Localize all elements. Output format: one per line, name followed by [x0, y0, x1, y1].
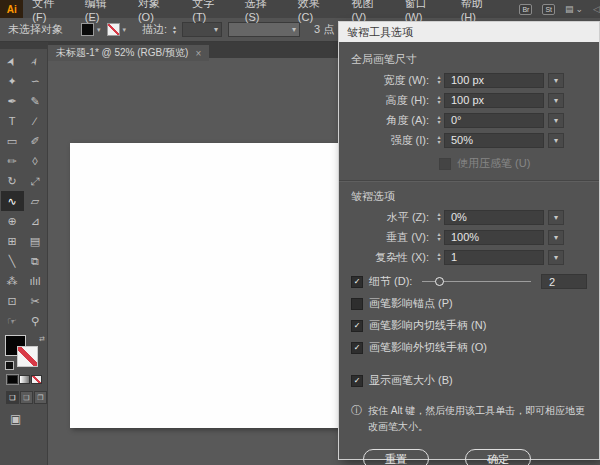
- detail-slider[interactable]: [422, 281, 531, 282]
- brush-affects-in-tangent-handles-checkbox[interactable]: ✓: [351, 320, 363, 332]
- vertical-dropdown[interactable]: ▾: [548, 230, 564, 245]
- blend-tool[interactable]: ⧉: [24, 251, 47, 271]
- menu-item-5[interactable]: 效果(C): [289, 0, 343, 18]
- bridge-icon[interactable]: Br: [519, 4, 532, 15]
- rotate-tool[interactable]: ↻: [1, 171, 24, 191]
- brush-definition-value[interactable]: 3 点: [314, 22, 334, 37]
- draw-inside-button[interactable]: ❐: [34, 391, 47, 404]
- width-profile-dropdown[interactable]: ▾: [228, 22, 300, 37]
- free-transform-tool[interactable]: ▱: [24, 191, 47, 211]
- wrinkle-tool[interactable]: ∿: [1, 191, 24, 211]
- draw-normal-button[interactable]: ❏: [6, 391, 19, 404]
- width-input[interactable]: 100 px: [444, 73, 544, 88]
- curvature-tool[interactable]: ✎: [24, 91, 47, 111]
- artboard[interactable]: [70, 143, 342, 428]
- vertical-stepper[interactable]: ▴▾: [434, 232, 444, 242]
- slider-knob[interactable]: [435, 277, 444, 286]
- angle-stepper[interactable]: ▴▾: [434, 115, 444, 125]
- panel-grip[interactable]: [0, 42, 47, 49]
- detail-checkbox[interactable]: ✓: [351, 276, 363, 288]
- selection-tool[interactable]: ➤: [1, 51, 24, 71]
- slice-tool[interactable]: ✂: [24, 291, 47, 311]
- gradient-button[interactable]: [19, 375, 30, 384]
- angle-label: 角度 (A):: [351, 113, 429, 128]
- menu-item-3[interactable]: 文字(T): [183, 0, 236, 18]
- chevron-down-icon[interactable]: ▾: [97, 26, 101, 34]
- stock-icon[interactable]: St: [542, 4, 555, 15]
- draw-behind-button[interactable]: ❏: [20, 391, 33, 404]
- paintbrush-tool[interactable]: ✐: [24, 131, 47, 151]
- magic-wand-tool[interactable]: ✦: [1, 71, 24, 91]
- horizontal-stepper[interactable]: ▴▾: [434, 212, 444, 222]
- direct-selection-tool[interactable]: ➢: [24, 51, 47, 71]
- reset-button[interactable]: 重置: [363, 449, 429, 465]
- screen-mode-button[interactable]: ▣: [10, 412, 47, 426]
- brush-affects-anchor-points-checkbox[interactable]: [351, 298, 363, 310]
- none-button[interactable]: [31, 375, 42, 384]
- zoom-tool[interactable]: ⚲: [24, 311, 47, 331]
- stroke-width-dropdown[interactable]: ▾: [182, 22, 222, 37]
- menu-item-2[interactable]: 对象(O): [129, 0, 183, 18]
- default-fill-stroke-icon[interactable]: [5, 361, 14, 370]
- type-tool[interactable]: T: [1, 111, 24, 131]
- close-icon[interactable]: ×: [195, 48, 201, 59]
- artboard-tool[interactable]: ⊡: [1, 291, 24, 311]
- menu-item-7[interactable]: 窗口(W): [396, 0, 452, 18]
- horizontal-input[interactable]: 0%: [444, 210, 544, 225]
- menu-item-6[interactable]: 视图(V): [343, 0, 396, 18]
- height-dropdown[interactable]: ▾: [548, 93, 564, 108]
- width-stepper[interactable]: ▴▾: [434, 75, 444, 85]
- show-brush-size-checkbox[interactable]: ✓: [351, 375, 363, 387]
- horizontal-dropdown[interactable]: ▾: [548, 210, 564, 225]
- symbol-sprayer-tool[interactable]: ⁂: [1, 271, 24, 291]
- intensity-stepper[interactable]: ▴▾: [434, 135, 444, 145]
- scale-tool[interactable]: ⤢: [24, 171, 47, 191]
- brush-affects-out-tangent-handles-checkbox[interactable]: ✓: [351, 342, 363, 354]
- menu-item-0[interactable]: 文件(F): [23, 0, 76, 18]
- swap-fill-stroke-icon[interactable]: ⇄: [39, 335, 45, 343]
- eyedropper-tool[interactable]: ╲: [1, 251, 24, 271]
- vertical-input[interactable]: 100%: [444, 230, 544, 245]
- column-graph-tool[interactable]: ılıl: [24, 271, 47, 291]
- complexity-input[interactable]: 1: [444, 250, 544, 265]
- stroke-none-swatch[interactable]: [17, 346, 38, 367]
- dialog-buttons: 重置 确定: [363, 449, 587, 465]
- hand-tool[interactable]: ☞: [1, 311, 24, 331]
- menu-item-4[interactable]: 选择(S): [236, 0, 289, 18]
- height-stepper[interactable]: ▴▾: [434, 95, 444, 105]
- eraser-tool[interactable]: ◊: [24, 151, 47, 171]
- ok-button[interactable]: 确定: [465, 449, 531, 465]
- workspace-switcher[interactable]: ▤ ⌄: [565, 4, 583, 14]
- complexity-dropdown[interactable]: ▾: [548, 250, 564, 265]
- angle-row: 角度 (A):▴▾0°▾: [351, 112, 587, 128]
- use-pressure-pen-checkbox[interactable]: [439, 158, 451, 170]
- stroke-width-stepper[interactable]: ▴▾: [173, 25, 176, 35]
- document-tab[interactable]: 未标题-1* @ 52% (RGB/预览) ×: [48, 45, 209, 61]
- detail-value[interactable]: 2: [541, 274, 587, 289]
- angle-input[interactable]: 0°: [444, 113, 544, 128]
- chevron-down-icon: ⌄: [576, 4, 584, 14]
- rectangle-tool[interactable]: ▭: [1, 131, 24, 151]
- intensity-dropdown[interactable]: ▾: [548, 133, 564, 148]
- shape-builder-tool[interactable]: ⊕: [1, 211, 24, 231]
- gradient-tool[interactable]: ▤: [24, 231, 47, 251]
- complexity-stepper[interactable]: ▴▾: [434, 252, 444, 262]
- stroke-color-swatch[interactable]: [107, 23, 120, 36]
- width-dropdown[interactable]: ▾: [548, 73, 564, 88]
- pen-tool[interactable]: ✒: [1, 91, 24, 111]
- mesh-tool[interactable]: ⊞: [1, 231, 24, 251]
- lasso-tool[interactable]: ∽: [24, 71, 47, 91]
- complexity-label: 复杂性 (X):: [351, 250, 429, 265]
- menu-item-8[interactable]: 帮助(H): [452, 0, 506, 18]
- chevron-down-icon[interactable]: ▾: [123, 26, 127, 34]
- dialog-title[interactable]: 皱褶工具选项: [339, 22, 599, 42]
- perspective-grid-tool[interactable]: ⊿: [24, 211, 47, 231]
- menu-item-1[interactable]: 编辑(E): [76, 0, 129, 18]
- intensity-input[interactable]: 50%: [444, 133, 544, 148]
- height-input[interactable]: 100 px: [444, 93, 544, 108]
- angle-dropdown[interactable]: ▾: [548, 113, 564, 128]
- pencil-tool[interactable]: ✏: [1, 151, 24, 171]
- line-segment-tool[interactable]: ∕: [24, 111, 47, 131]
- color-button[interactable]: [7, 375, 18, 384]
- fill-color-swatch[interactable]: [81, 23, 94, 36]
